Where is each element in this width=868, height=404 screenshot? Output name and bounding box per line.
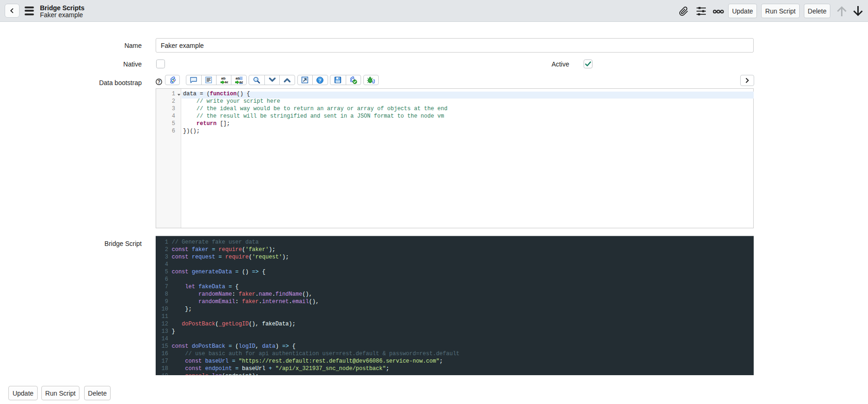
svg-text:?: ? — [158, 79, 160, 84]
svg-text:ac: ac — [224, 79, 228, 84]
svg-text:?: ? — [319, 77, 322, 83]
